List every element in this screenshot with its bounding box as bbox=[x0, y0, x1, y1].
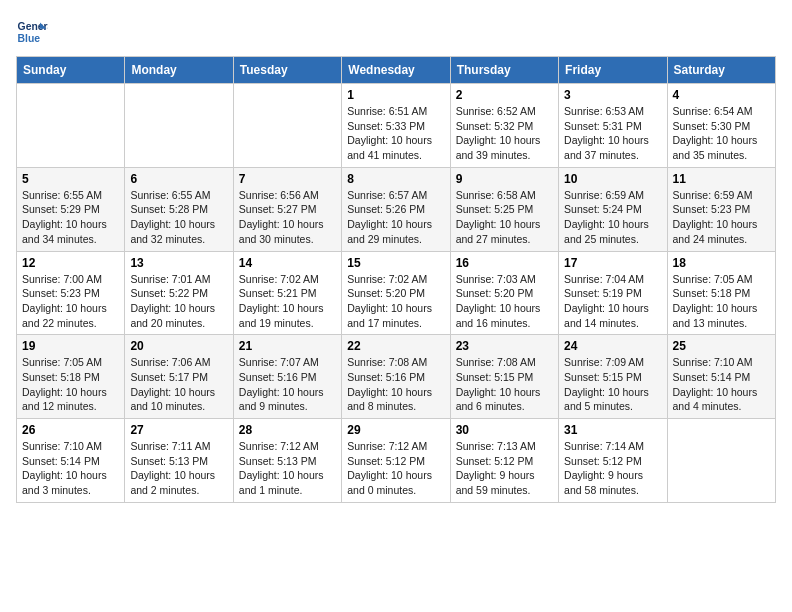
day-info: Sunrise: 7:12 AMSunset: 5:12 PMDaylight:… bbox=[347, 439, 444, 498]
day-number: 29 bbox=[347, 423, 444, 437]
calendar-cell: 12Sunrise: 7:00 AMSunset: 5:23 PMDayligh… bbox=[17, 251, 125, 335]
calendar-cell: 27Sunrise: 7:11 AMSunset: 5:13 PMDayligh… bbox=[125, 419, 233, 503]
day-info: Sunrise: 6:59 AMSunset: 5:23 PMDaylight:… bbox=[673, 188, 770, 247]
calendar-cell: 30Sunrise: 7:13 AMSunset: 5:12 PMDayligh… bbox=[450, 419, 558, 503]
day-header-tuesday: Tuesday bbox=[233, 57, 341, 84]
day-info: Sunrise: 7:09 AMSunset: 5:15 PMDaylight:… bbox=[564, 355, 661, 414]
logo-icon: General Blue bbox=[16, 16, 48, 48]
day-info: Sunrise: 7:01 AMSunset: 5:22 PMDaylight:… bbox=[130, 272, 227, 331]
calendar-cell: 17Sunrise: 7:04 AMSunset: 5:19 PMDayligh… bbox=[559, 251, 667, 335]
day-info: Sunrise: 7:08 AMSunset: 5:15 PMDaylight:… bbox=[456, 355, 553, 414]
day-number: 19 bbox=[22, 339, 119, 353]
week-row-3: 12Sunrise: 7:00 AMSunset: 5:23 PMDayligh… bbox=[17, 251, 776, 335]
day-info: Sunrise: 7:13 AMSunset: 5:12 PMDaylight:… bbox=[456, 439, 553, 498]
day-info: Sunrise: 7:02 AMSunset: 5:20 PMDaylight:… bbox=[347, 272, 444, 331]
day-header-friday: Friday bbox=[559, 57, 667, 84]
calendar-cell: 20Sunrise: 7:06 AMSunset: 5:17 PMDayligh… bbox=[125, 335, 233, 419]
week-row-5: 26Sunrise: 7:10 AMSunset: 5:14 PMDayligh… bbox=[17, 419, 776, 503]
day-info: Sunrise: 7:03 AMSunset: 5:20 PMDaylight:… bbox=[456, 272, 553, 331]
week-row-2: 5Sunrise: 6:55 AMSunset: 5:29 PMDaylight… bbox=[17, 167, 776, 251]
calendar-cell: 9Sunrise: 6:58 AMSunset: 5:25 PMDaylight… bbox=[450, 167, 558, 251]
day-info: Sunrise: 6:57 AMSunset: 5:26 PMDaylight:… bbox=[347, 188, 444, 247]
week-row-4: 19Sunrise: 7:05 AMSunset: 5:18 PMDayligh… bbox=[17, 335, 776, 419]
calendar-cell bbox=[125, 84, 233, 168]
day-number: 28 bbox=[239, 423, 336, 437]
calendar-cell: 28Sunrise: 7:12 AMSunset: 5:13 PMDayligh… bbox=[233, 419, 341, 503]
calendar-cell: 10Sunrise: 6:59 AMSunset: 5:24 PMDayligh… bbox=[559, 167, 667, 251]
day-info: Sunrise: 7:08 AMSunset: 5:16 PMDaylight:… bbox=[347, 355, 444, 414]
day-info: Sunrise: 7:05 AMSunset: 5:18 PMDaylight:… bbox=[22, 355, 119, 414]
day-info: Sunrise: 7:07 AMSunset: 5:16 PMDaylight:… bbox=[239, 355, 336, 414]
day-number: 20 bbox=[130, 339, 227, 353]
day-number: 6 bbox=[130, 172, 227, 186]
day-number: 9 bbox=[456, 172, 553, 186]
day-number: 22 bbox=[347, 339, 444, 353]
calendar-cell: 2Sunrise: 6:52 AMSunset: 5:32 PMDaylight… bbox=[450, 84, 558, 168]
day-info: Sunrise: 7:11 AMSunset: 5:13 PMDaylight:… bbox=[130, 439, 227, 498]
day-number: 17 bbox=[564, 256, 661, 270]
day-header-saturday: Saturday bbox=[667, 57, 775, 84]
day-header-thursday: Thursday bbox=[450, 57, 558, 84]
calendar-cell: 26Sunrise: 7:10 AMSunset: 5:14 PMDayligh… bbox=[17, 419, 125, 503]
day-number: 27 bbox=[130, 423, 227, 437]
day-info: Sunrise: 7:06 AMSunset: 5:17 PMDaylight:… bbox=[130, 355, 227, 414]
day-number: 8 bbox=[347, 172, 444, 186]
calendar-cell: 16Sunrise: 7:03 AMSunset: 5:20 PMDayligh… bbox=[450, 251, 558, 335]
day-info: Sunrise: 7:10 AMSunset: 5:14 PMDaylight:… bbox=[22, 439, 119, 498]
logo: General Blue bbox=[16, 16, 48, 48]
day-number: 24 bbox=[564, 339, 661, 353]
day-info: Sunrise: 7:04 AMSunset: 5:19 PMDaylight:… bbox=[564, 272, 661, 331]
calendar-cell: 22Sunrise: 7:08 AMSunset: 5:16 PMDayligh… bbox=[342, 335, 450, 419]
svg-text:Blue: Blue bbox=[18, 33, 41, 44]
calendar-cell: 24Sunrise: 7:09 AMSunset: 5:15 PMDayligh… bbox=[559, 335, 667, 419]
calendar-cell: 3Sunrise: 6:53 AMSunset: 5:31 PMDaylight… bbox=[559, 84, 667, 168]
calendar-cell: 13Sunrise: 7:01 AMSunset: 5:22 PMDayligh… bbox=[125, 251, 233, 335]
calendar-cell: 6Sunrise: 6:55 AMSunset: 5:28 PMDaylight… bbox=[125, 167, 233, 251]
calendar-cell: 15Sunrise: 7:02 AMSunset: 5:20 PMDayligh… bbox=[342, 251, 450, 335]
day-info: Sunrise: 7:14 AMSunset: 5:12 PMDaylight:… bbox=[564, 439, 661, 498]
calendar-cell: 4Sunrise: 6:54 AMSunset: 5:30 PMDaylight… bbox=[667, 84, 775, 168]
day-number: 25 bbox=[673, 339, 770, 353]
day-info: Sunrise: 6:54 AMSunset: 5:30 PMDaylight:… bbox=[673, 104, 770, 163]
day-info: Sunrise: 7:10 AMSunset: 5:14 PMDaylight:… bbox=[673, 355, 770, 414]
calendar-cell bbox=[17, 84, 125, 168]
day-info: Sunrise: 6:55 AMSunset: 5:29 PMDaylight:… bbox=[22, 188, 119, 247]
day-number: 12 bbox=[22, 256, 119, 270]
calendar-cell: 11Sunrise: 6:59 AMSunset: 5:23 PMDayligh… bbox=[667, 167, 775, 251]
day-header-monday: Monday bbox=[125, 57, 233, 84]
day-info: Sunrise: 6:51 AMSunset: 5:33 PMDaylight:… bbox=[347, 104, 444, 163]
days-header-row: SundayMondayTuesdayWednesdayThursdayFrid… bbox=[17, 57, 776, 84]
day-info: Sunrise: 6:55 AMSunset: 5:28 PMDaylight:… bbox=[130, 188, 227, 247]
day-number: 2 bbox=[456, 88, 553, 102]
calendar-cell: 25Sunrise: 7:10 AMSunset: 5:14 PMDayligh… bbox=[667, 335, 775, 419]
day-number: 4 bbox=[673, 88, 770, 102]
day-number: 23 bbox=[456, 339, 553, 353]
calendar-cell: 1Sunrise: 6:51 AMSunset: 5:33 PMDaylight… bbox=[342, 84, 450, 168]
day-info: Sunrise: 6:56 AMSunset: 5:27 PMDaylight:… bbox=[239, 188, 336, 247]
calendar-cell: 7Sunrise: 6:56 AMSunset: 5:27 PMDaylight… bbox=[233, 167, 341, 251]
calendar-cell: 14Sunrise: 7:02 AMSunset: 5:21 PMDayligh… bbox=[233, 251, 341, 335]
day-number: 13 bbox=[130, 256, 227, 270]
day-info: Sunrise: 7:00 AMSunset: 5:23 PMDaylight:… bbox=[22, 272, 119, 331]
calendar-table: SundayMondayTuesdayWednesdayThursdayFrid… bbox=[16, 56, 776, 503]
day-number: 26 bbox=[22, 423, 119, 437]
day-number: 11 bbox=[673, 172, 770, 186]
calendar-cell: 19Sunrise: 7:05 AMSunset: 5:18 PMDayligh… bbox=[17, 335, 125, 419]
day-number: 21 bbox=[239, 339, 336, 353]
calendar-cell: 8Sunrise: 6:57 AMSunset: 5:26 PMDaylight… bbox=[342, 167, 450, 251]
day-header-wednesday: Wednesday bbox=[342, 57, 450, 84]
day-number: 7 bbox=[239, 172, 336, 186]
calendar-cell: 29Sunrise: 7:12 AMSunset: 5:12 PMDayligh… bbox=[342, 419, 450, 503]
calendar-cell: 18Sunrise: 7:05 AMSunset: 5:18 PMDayligh… bbox=[667, 251, 775, 335]
day-number: 31 bbox=[564, 423, 661, 437]
calendar-cell bbox=[233, 84, 341, 168]
week-row-1: 1Sunrise: 6:51 AMSunset: 5:33 PMDaylight… bbox=[17, 84, 776, 168]
day-info: Sunrise: 6:58 AMSunset: 5:25 PMDaylight:… bbox=[456, 188, 553, 247]
day-info: Sunrise: 6:59 AMSunset: 5:24 PMDaylight:… bbox=[564, 188, 661, 247]
day-number: 3 bbox=[564, 88, 661, 102]
calendar-cell bbox=[667, 419, 775, 503]
day-number: 18 bbox=[673, 256, 770, 270]
day-number: 16 bbox=[456, 256, 553, 270]
day-info: Sunrise: 7:02 AMSunset: 5:21 PMDaylight:… bbox=[239, 272, 336, 331]
calendar-cell: 23Sunrise: 7:08 AMSunset: 5:15 PMDayligh… bbox=[450, 335, 558, 419]
